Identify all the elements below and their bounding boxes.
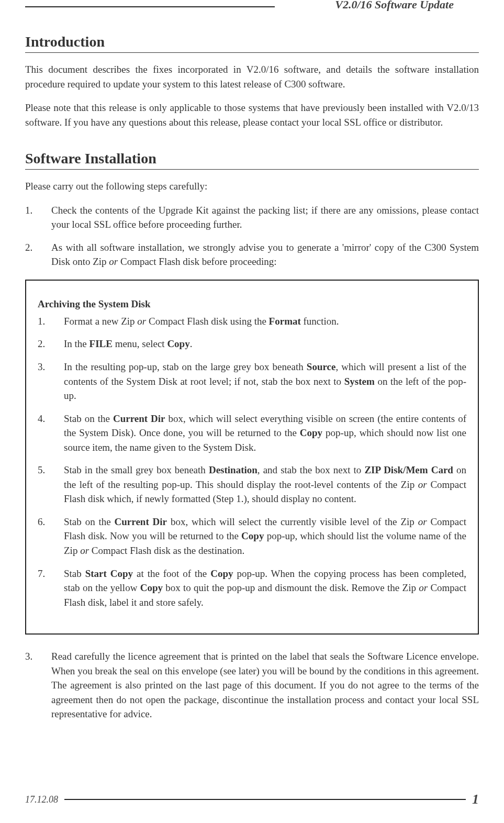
list-number: 2. bbox=[25, 240, 51, 269]
footer: 17.12.08 1 bbox=[25, 792, 479, 807]
list-item: 4.Stab on the Current Dir box, which wil… bbox=[38, 412, 466, 455]
list-item: 3.In the resulting pop-up, stab on the l… bbox=[38, 360, 466, 403]
list-text: Stab in the small grey box beneath Desti… bbox=[64, 463, 466, 506]
page: V2.0/16 Software Update Introduction Thi… bbox=[0, 0, 504, 823]
header-rule bbox=[25, 6, 275, 7]
list-text: Stab on the Current Dir box, which will … bbox=[64, 412, 466, 455]
list-number: 2. bbox=[38, 337, 64, 351]
list-text: Check the contents of the Upgrade Kit ag… bbox=[51, 203, 479, 232]
heading-underline bbox=[25, 169, 479, 170]
list-item: 2.As with all software installation, we … bbox=[25, 240, 479, 269]
list-item: 1.Check the contents of the Upgrade Kit … bbox=[25, 203, 479, 232]
install-lead: Please carry out the following steps car… bbox=[25, 179, 479, 194]
list-text: As with all software installation, we st… bbox=[51, 240, 479, 269]
list-number: 3. bbox=[25, 649, 51, 721]
archive-box: Archiving the System Disk 1.Format a new… bbox=[25, 280, 479, 635]
list-item: 5.Stab in the small grey box beneath Des… bbox=[38, 463, 466, 506]
heading-software-installation: Software Installation bbox=[25, 150, 479, 167]
footer-rule bbox=[64, 799, 466, 800]
list-text: In the FILE menu, select Copy. bbox=[64, 337, 466, 351]
list-item: 2.In the FILE menu, select Copy. bbox=[38, 337, 466, 351]
archive-steps: 1.Format a new Zip or Compact Flash disk… bbox=[38, 314, 466, 609]
list-item: 3.Read carefully the licence agreement t… bbox=[25, 649, 479, 721]
list-item: 1.Format a new Zip or Compact Flash disk… bbox=[38, 314, 466, 329]
list-number: 4. bbox=[38, 412, 64, 455]
install-steps-top: 1.Check the contents of the Upgrade Kit … bbox=[25, 203, 479, 269]
list-number: 5. bbox=[38, 463, 64, 506]
list-item: 6.Stab on the Current Dir box, which wil… bbox=[38, 515, 466, 558]
list-text: Stab on the Current Dir box, which will … bbox=[64, 515, 466, 558]
install-steps-bottom: 3.Read carefully the licence agreement t… bbox=[25, 649, 479, 721]
list-number: 3. bbox=[38, 360, 64, 403]
list-text: Format a new Zip or Compact Flash disk u… bbox=[64, 314, 466, 329]
running-title: V2.0/16 Software Update bbox=[335, 0, 454, 12]
list-number: 1. bbox=[38, 314, 64, 329]
list-text: Read carefully the licence agreement tha… bbox=[51, 649, 479, 721]
list-number: 7. bbox=[38, 566, 64, 610]
intro-paragraph-1: This document describes the fixes incorp… bbox=[25, 62, 479, 91]
intro-paragraph-2: Please note that this release is only ap… bbox=[25, 101, 479, 129]
list-number: 6. bbox=[38, 515, 64, 558]
heading-introduction: Introduction bbox=[25, 34, 479, 50]
footer-page-number: 1 bbox=[472, 792, 479, 807]
list-text: In the resulting pop-up, stab on the lar… bbox=[64, 360, 466, 403]
list-text: Stab Start Copy at the foot of the Copy … bbox=[64, 566, 466, 610]
heading-underline bbox=[25, 52, 479, 53]
archive-box-title: Archiving the System Disk bbox=[38, 298, 466, 310]
footer-date: 17.12.08 bbox=[25, 794, 58, 805]
list-item: 7.Stab Start Copy at the foot of the Cop… bbox=[38, 566, 466, 610]
list-number: 1. bbox=[25, 203, 51, 232]
